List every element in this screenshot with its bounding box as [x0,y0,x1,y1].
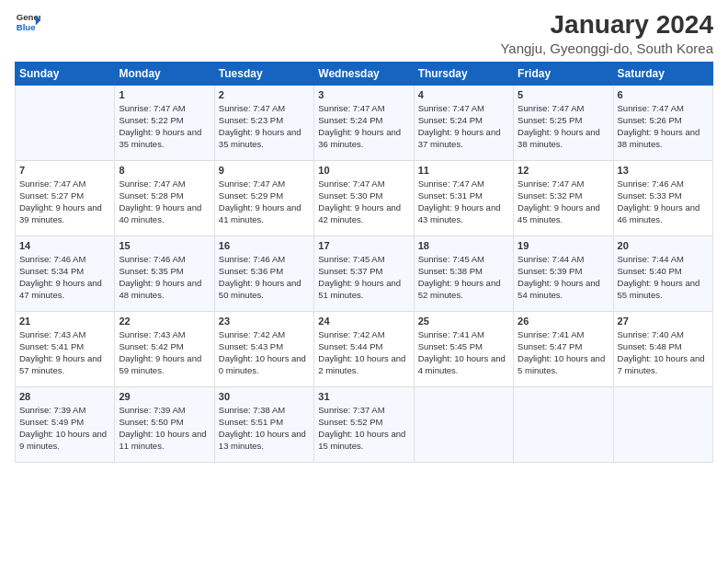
calendar-cell: 9Sunrise: 7:47 AMSunset: 5:29 PMDaylight… [214,160,313,236]
cell-details: Sunrise: 7:47 AMSunset: 5:27 PMDaylight:… [19,178,110,226]
calendar-week-row: 28Sunrise: 7:39 AMSunset: 5:49 PMDayligh… [16,386,713,462]
day-number: 13 [618,165,709,176]
calendar-cell: 19Sunrise: 7:44 AMSunset: 5:39 PMDayligh… [514,236,613,311]
day-number: 9 [219,165,310,176]
logo: General Blue [15,9,40,35]
calendar-cell: 8Sunrise: 7:47 AMSunset: 5:28 PMDaylight… [115,160,214,236]
cell-details: Sunrise: 7:47 AMSunset: 5:28 PMDaylight:… [119,178,210,226]
day-number: 22 [119,316,210,327]
calendar-cell: 16Sunrise: 7:46 AMSunset: 5:36 PMDayligh… [214,236,313,311]
col-thursday: Thursday [414,62,513,85]
cell-details: Sunrise: 7:42 AMSunset: 5:43 PMDaylight:… [219,328,310,377]
calendar-cell: 15Sunrise: 7:46 AMSunset: 5:35 PMDayligh… [115,236,214,311]
day-number: 18 [418,240,509,251]
calendar-cell: 28Sunrise: 7:39 AMSunset: 5:49 PMDayligh… [16,386,115,462]
day-number: 28 [19,391,110,402]
calendar-cell: 6Sunrise: 7:47 AMSunset: 5:26 PMDaylight… [613,85,712,160]
day-number: 29 [119,391,210,402]
calendar-cell: 17Sunrise: 7:45 AMSunset: 5:37 PMDayligh… [314,236,414,311]
day-number: 12 [518,165,609,176]
day-number: 24 [318,316,409,327]
calendar-cell: 13Sunrise: 7:46 AMSunset: 5:33 PMDayligh… [613,160,712,236]
logo-icon: General Blue [15,9,40,35]
cell-details: Sunrise: 7:46 AMSunset: 5:34 PMDaylight:… [19,253,110,302]
col-monday: Monday [115,62,214,85]
cell-details: Sunrise: 7:47 AMSunset: 5:30 PMDaylight:… [318,178,409,226]
cell-details: Sunrise: 7:39 AMSunset: 5:50 PMDaylight:… [119,404,210,453]
day-number: 25 [418,316,509,327]
day-number: 15 [119,240,210,251]
day-number: 14 [19,240,110,251]
day-number: 2 [219,89,310,100]
cell-details: Sunrise: 7:47 AMSunset: 5:23 PMDaylight:… [219,102,310,151]
day-number: 4 [418,89,509,100]
calendar-cell: 27Sunrise: 7:40 AMSunset: 5:48 PMDayligh… [613,311,712,386]
day-number: 11 [418,165,509,176]
svg-text:Blue: Blue [17,22,36,32]
calendar-cell: 3Sunrise: 7:47 AMSunset: 5:24 PMDaylight… [314,85,414,160]
day-number: 20 [618,240,709,251]
cell-details: Sunrise: 7:47 AMSunset: 5:26 PMDaylight:… [618,102,709,151]
calendar-table: Sunday Monday Tuesday Wednesday Thursday… [15,62,713,463]
cell-details: Sunrise: 7:40 AMSunset: 5:48 PMDaylight:… [618,328,709,377]
calendar-cell: 5Sunrise: 7:47 AMSunset: 5:25 PMDaylight… [514,85,613,160]
day-number: 23 [219,316,310,327]
cell-details: Sunrise: 7:37 AMSunset: 5:52 PMDaylight:… [318,404,409,453]
cell-details: Sunrise: 7:44 AMSunset: 5:39 PMDaylight:… [518,253,609,302]
calendar-cell: 24Sunrise: 7:42 AMSunset: 5:44 PMDayligh… [314,311,414,386]
calendar-cell: 26Sunrise: 7:41 AMSunset: 5:47 PMDayligh… [514,311,613,386]
calendar-cell [16,85,115,160]
cell-details: Sunrise: 7:44 AMSunset: 5:40 PMDaylight:… [618,253,709,302]
calendar-cell: 7Sunrise: 7:47 AMSunset: 5:27 PMDaylight… [16,160,115,236]
day-number: 8 [119,165,210,176]
cell-details: Sunrise: 7:47 AMSunset: 5:24 PMDaylight:… [418,102,509,151]
page-title: January 2024 [500,9,713,40]
calendar-cell: 18Sunrise: 7:45 AMSunset: 5:38 PMDayligh… [414,236,513,311]
cell-details: Sunrise: 7:41 AMSunset: 5:45 PMDaylight:… [418,328,509,377]
calendar-cell [613,386,712,462]
cell-details: Sunrise: 7:45 AMSunset: 5:37 PMDaylight:… [318,253,409,302]
calendar-cell: 25Sunrise: 7:41 AMSunset: 5:45 PMDayligh… [414,311,513,386]
cell-details: Sunrise: 7:47 AMSunset: 5:24 PMDaylight:… [318,102,409,151]
day-number: 5 [518,89,609,100]
cell-details: Sunrise: 7:38 AMSunset: 5:51 PMDaylight:… [219,404,310,453]
cell-details: Sunrise: 7:41 AMSunset: 5:47 PMDaylight:… [518,328,609,377]
cell-details: Sunrise: 7:46 AMSunset: 5:36 PMDaylight:… [219,253,310,302]
calendar-cell: 23Sunrise: 7:42 AMSunset: 5:43 PMDayligh… [214,311,313,386]
calendar-cell [414,386,513,462]
calendar-cell: 1Sunrise: 7:47 AMSunset: 5:22 PMDaylight… [115,85,214,160]
col-friday: Friday [514,62,613,85]
calendar-header: Sunday Monday Tuesday Wednesday Thursday… [16,62,713,85]
header: General Blue January 2024 Yangju, Gyeong… [15,9,713,56]
page-subtitle: Yangju, Gyeonggi-do, South Korea [500,40,713,56]
cell-details: Sunrise: 7:47 AMSunset: 5:25 PMDaylight:… [518,102,609,151]
cell-details: Sunrise: 7:45 AMSunset: 5:38 PMDaylight:… [418,253,509,302]
calendar-cell: 10Sunrise: 7:47 AMSunset: 5:30 PMDayligh… [314,160,414,236]
cell-details: Sunrise: 7:47 AMSunset: 5:22 PMDaylight:… [119,102,210,151]
cell-details: Sunrise: 7:39 AMSunset: 5:49 PMDaylight:… [19,404,110,453]
calendar-cell: 29Sunrise: 7:39 AMSunset: 5:50 PMDayligh… [115,386,214,462]
col-tuesday: Tuesday [214,62,313,85]
day-number: 16 [219,240,310,251]
col-sunday: Sunday [16,62,115,85]
day-number: 30 [219,391,310,402]
cell-details: Sunrise: 7:47 AMSunset: 5:29 PMDaylight:… [219,178,310,226]
day-number: 31 [318,391,409,402]
day-number: 10 [318,165,409,176]
day-number: 21 [19,316,110,327]
cell-details: Sunrise: 7:46 AMSunset: 5:33 PMDaylight:… [618,178,709,226]
cell-details: Sunrise: 7:46 AMSunset: 5:35 PMDaylight:… [119,253,210,302]
day-number: 6 [618,89,709,100]
col-wednesday: Wednesday [314,62,414,85]
calendar-week-row: 14Sunrise: 7:46 AMSunset: 5:34 PMDayligh… [16,236,713,311]
title-block: January 2024 Yangju, Gyeonggi-do, South … [500,9,713,56]
cell-details: Sunrise: 7:42 AMSunset: 5:44 PMDaylight:… [318,328,409,377]
calendar-cell: 21Sunrise: 7:43 AMSunset: 5:41 PMDayligh… [16,311,115,386]
day-number: 17 [318,240,409,251]
calendar-cell: 14Sunrise: 7:46 AMSunset: 5:34 PMDayligh… [16,236,115,311]
main-container: General Blue January 2024 Yangju, Gyeong… [0,0,728,470]
day-number: 3 [318,89,409,100]
day-number: 7 [19,165,110,176]
calendar-cell: 2Sunrise: 7:47 AMSunset: 5:23 PMDaylight… [214,85,313,160]
day-number: 26 [518,316,609,327]
